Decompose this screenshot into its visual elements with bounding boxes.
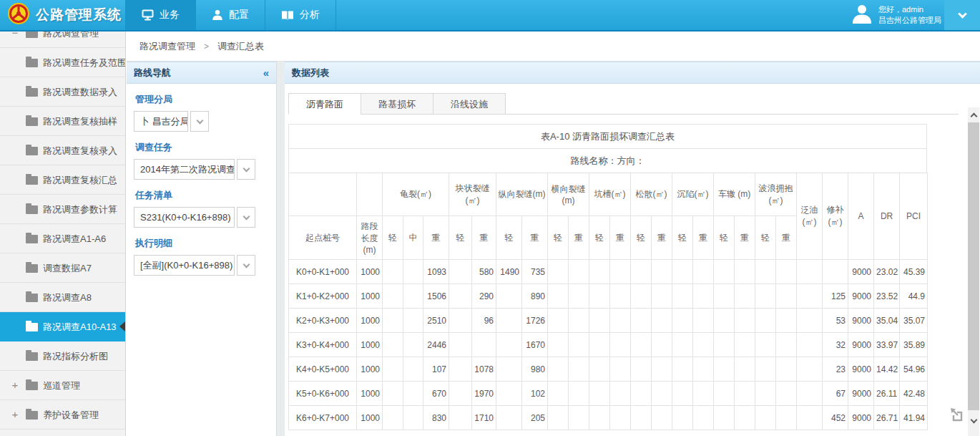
column-group-header: 块状裂缝(㎡) (449, 173, 496, 216)
sidebar-item[interactable]: 路况调查任务及范围 (0, 48, 125, 77)
table-row[interactable]: K3+0-K4+00010002446167032900033.9735.89 (289, 333, 928, 357)
sidebar-item[interactable]: −路况调查管理 (0, 32, 125, 48)
column-group-header: 修补(㎡) (823, 173, 848, 260)
value-cell (610, 284, 631, 309)
table-title: 表A-10 沥青路面损坏调查汇总表 (288, 124, 927, 149)
top-tab-config[interactable]: 配置 (195, 0, 265, 30)
sidebar-menu: −路况调查管理路况调查任务及范围路况调查数据录入路况调查复核抽样路况调查复核录入… (0, 32, 125, 430)
expand-plus-icon[interactable]: + (10, 379, 20, 391)
sidebar-item[interactable]: 路况调查A1-A6 (0, 224, 125, 253)
top-tab-business[interactable]: 业务 (125, 0, 196, 30)
chevron-down-icon[interactable] (190, 111, 209, 132)
value-cell (589, 357, 610, 382)
table-row[interactable]: K5+0-K6+0001000670197010267900026.1142.4… (289, 382, 928, 406)
folder-icon (26, 32, 38, 38)
column-header: 重 (652, 216, 672, 260)
table-row[interactable]: K6+0-K7+00010008301710205452900026.7141.… (289, 406, 928, 430)
value-cell (672, 284, 693, 309)
table-row[interactable]: K0+0-K1+000100010935801490735900023.0245… (289, 260, 928, 284)
value-cell (714, 382, 735, 406)
value-cell (589, 406, 610, 430)
detail-select-value[interactable]: [全副](K0+0-K16+898) (134, 255, 235, 276)
chevron-down-icon[interactable] (237, 159, 255, 180)
value-cell (548, 284, 569, 309)
sidebar-item-label: 路况调查A10-A13 (43, 312, 117, 341)
popout-icon[interactable] (949, 406, 966, 426)
stake-cell: K5+0-K6+000 (289, 382, 357, 406)
scroll-down-icon[interactable] (968, 413, 979, 427)
sidebar-item[interactable]: 路况调查A10-A13 (0, 312, 125, 341)
value-cell: 580 (472, 260, 496, 284)
bureau-select[interactable]: 卜 昌吉分局 (134, 111, 276, 132)
scrollbar-thumb[interactable] (968, 122, 979, 410)
vertical-scrollbar[interactable] (968, 107, 979, 436)
sidebar-item[interactable]: 调查数据A7 (0, 253, 125, 283)
breadcrumb-item[interactable]: 路况调查管理 (139, 41, 195, 52)
value-cell (449, 333, 472, 357)
book-icon (281, 10, 294, 21)
avatar-icon (851, 3, 873, 27)
content-tab[interactable]: 沥青路面 (288, 93, 361, 115)
folder-icon (26, 147, 38, 155)
bureau-select-value[interactable]: 卜 昌吉分局 (134, 111, 188, 132)
sidebar-item[interactable]: +养护设备管理 (0, 400, 125, 430)
content-tab[interactable]: 沿线设施 (433, 93, 506, 115)
value-cell (652, 309, 672, 333)
value-cell: 1000 (357, 382, 383, 406)
value-cell (403, 357, 423, 382)
value-cell (714, 260, 735, 284)
value-cell (755, 382, 776, 406)
sidebar-item[interactable]: 路况调查参数计算 (0, 195, 125, 224)
column-header: 轻 (383, 216, 403, 260)
column-group-header: DR (874, 173, 900, 260)
monitor-icon (142, 9, 154, 21)
value-cell (449, 309, 472, 333)
breadcrumb-item: 调查汇总表 (217, 41, 264, 52)
value-cell (383, 357, 403, 382)
value-cell (569, 382, 589, 406)
table-row[interactable]: K1+0-K2+00010001506290890125900023.5244.… (289, 284, 928, 309)
sidebar-item[interactable]: 路况指标分析图 (0, 341, 125, 371)
value-cell (693, 309, 714, 333)
value-cell (383, 260, 403, 284)
value-cell: 1970 (472, 382, 496, 406)
column-group-header: 泛油(㎡) (797, 173, 823, 260)
sidebar-item[interactable]: 路况调查复核汇总 (0, 165, 125, 195)
chevron-down-icon[interactable] (237, 255, 255, 276)
value-cell: 735 (522, 260, 548, 284)
sidebar-item[interactable]: 路况调查A8 (0, 283, 125, 312)
sidebar-item[interactable]: 路况调查复核抽样 (0, 107, 125, 136)
content-tab[interactable]: 路基损坏 (361, 93, 433, 115)
column-header: 轻 (755, 216, 776, 260)
panel-collapse-icon[interactable]: « (263, 62, 269, 84)
sidebar-item[interactable]: +巡道管理 (0, 371, 125, 400)
tasklist-select-value[interactable]: S231(K0+0-K16+898) (134, 207, 235, 228)
task-select[interactable]: 2014年第二次路况调查 (134, 159, 276, 180)
top-nav-tabs: 业务 配置 分析 (126, 0, 336, 30)
sidebar-item-label: 路况调查管理 (43, 32, 99, 48)
value-cell (714, 284, 735, 309)
header-chevron-down-icon[interactable] (944, 0, 980, 30)
value-cell (755, 406, 776, 430)
sidebar-item[interactable]: 路况调查复核录入 (0, 136, 125, 165)
tasklist-select[interactable]: S231(K0+0-K16+898) (134, 207, 276, 228)
table-row[interactable]: K2+0-K3+0001000251096172653900035.0435.0… (289, 309, 928, 333)
value-cell (403, 284, 423, 309)
sidebar-item[interactable]: 路况调查数据录入 (0, 77, 125, 107)
sidebar-item-label: 路况调查复核抽样 (43, 107, 117, 136)
expand-plus-icon[interactable]: + (10, 409, 20, 420)
value-cell: 9000 (848, 284, 874, 309)
data-list-body: 沥青路面路基损坏沿线设施 表A-10 沥青路面损坏调查汇总表 路线名称：方向： … (285, 84, 980, 436)
value-cell: 1726 (522, 309, 548, 333)
collapse-minus-icon[interactable]: − (10, 32, 20, 39)
user-area[interactable]: 您好，admin 昌吉州公路管理局 (851, 0, 941, 30)
top-tab-analysis[interactable]: 分析 (265, 0, 336, 30)
task-select-value[interactable]: 2014年第二次路况调查 (134, 159, 235, 180)
top-tab-label: 分析 (300, 9, 320, 21)
chevron-down-icon[interactable] (237, 207, 255, 228)
table-row[interactable]: K4+0-K5+0001000107107898023900014.4254.9… (289, 357, 928, 382)
scroll-up-icon[interactable] (968, 107, 979, 122)
value-cell: 26.71 (874, 406, 900, 430)
detail-select[interactable]: [全副](K0+0-K16+898) (134, 255, 276, 276)
value-cell (797, 260, 823, 284)
